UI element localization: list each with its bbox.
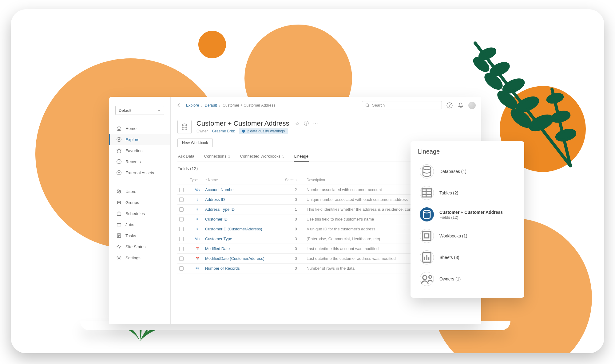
svg-point-15	[117, 190, 119, 191]
sidebar-item-users[interactable]: Users	[109, 186, 170, 197]
breadcrumb-link[interactable]: Default	[205, 103, 217, 108]
lineage-item[interactable]: Workbooks (1)	[420, 225, 517, 247]
field-type: #	[190, 208, 205, 211]
row-checkbox[interactable]	[179, 237, 184, 241]
row-checkbox[interactable]	[179, 227, 184, 231]
lineage-item[interactable]: Customer + Customer Address Fields (12)	[420, 204, 517, 225]
new-workbook-button[interactable]: New Workbook	[177, 139, 213, 147]
row-checkbox[interactable]	[179, 217, 184, 221]
field-sheets-count: 3	[285, 237, 307, 241]
group-icon	[116, 200, 122, 205]
row-checkbox[interactable]	[179, 266, 184, 271]
lineage-item[interactable]: Sheets (3)	[420, 247, 517, 268]
field-name-link[interactable]: Customer Type	[205, 237, 285, 241]
lineage-item[interactable]: Databases (1)	[420, 161, 517, 182]
sidebar-item-schedules[interactable]: Schedules	[109, 208, 170, 219]
sidebar-item-home[interactable]: Home	[109, 123, 170, 134]
row-checkbox[interactable]	[179, 247, 184, 251]
field-name-link[interactable]: Address ID	[205, 197, 285, 202]
sidebar-item-recents[interactable]: Recents	[109, 156, 170, 167]
field-type: 📅	[190, 247, 205, 250]
row-checkbox[interactable]	[179, 188, 184, 192]
svg-point-9	[547, 93, 563, 104]
info-icon[interactable]: ⓘ	[304, 120, 309, 127]
field-name-link[interactable]: CustomerID (CustomerAddress)	[205, 227, 285, 231]
field-name-link[interactable]: Address Type ID	[205, 207, 285, 212]
field-name-link[interactable]: ModifiedDate (CustomerAddress)	[205, 256, 285, 261]
field-type: Abc	[190, 237, 205, 241]
sidebar-item-label: Users	[125, 189, 136, 194]
help-icon[interactable]: ?	[446, 102, 453, 109]
row-checkbox[interactable]	[179, 207, 184, 212]
sidebar-item-settings[interactable]: Settings	[109, 252, 170, 263]
workbook-icon	[420, 229, 434, 243]
star-icon[interactable]: ☆	[295, 121, 300, 127]
tab-connected-workbooks[interactable]: Connected Workbooks5	[240, 151, 285, 162]
sidebar-item-tasks[interactable]: Tasks	[109, 230, 170, 241]
dq-warning-text: 2 data quality warnings	[247, 129, 285, 133]
database-icon	[420, 164, 434, 178]
tab-ask-data[interactable]: Ask Data	[177, 151, 195, 162]
col-type[interactable]: Type	[190, 178, 205, 182]
more-icon[interactable]: ⋯	[313, 121, 318, 127]
svg-point-11	[556, 129, 576, 142]
sidebar-item-external-assets[interactable]: External Assets	[109, 167, 170, 178]
site-selector[interactable]: Default	[115, 106, 164, 115]
lineage-item-label: Databases (1)	[439, 169, 466, 174]
svg-text:?: ?	[449, 103, 451, 108]
chevron-down-icon	[157, 109, 161, 112]
sidebar-item-label: Explore	[125, 137, 140, 142]
field-type: Abc	[190, 188, 205, 191]
field-name-link[interactable]: Modified Date	[205, 246, 285, 251]
svg-point-17	[117, 201, 119, 203]
breadcrumb-link[interactable]: Explore	[186, 103, 199, 108]
sidebar-item-favorites[interactable]: Favorites	[109, 145, 170, 156]
sidebar-item-label: Tasks	[125, 233, 136, 238]
title-row: Customer + Customer Address ☆ ⓘ ⋯ Owner …	[177, 119, 474, 134]
field-type: #	[190, 198, 205, 201]
field-type: #	[190, 217, 205, 221]
avatar[interactable]	[468, 102, 476, 109]
col-sheets[interactable]: Sheets	[285, 178, 307, 182]
field-name-link[interactable]: Number of Records	[205, 266, 285, 271]
page-title: Customer + Customer Address	[196, 119, 289, 127]
star-icon	[116, 148, 122, 153]
gear-icon	[116, 255, 122, 260]
search-placeholder: Search	[372, 103, 385, 108]
datasource-icon	[177, 120, 192, 134]
tab-count: 5	[282, 154, 284, 159]
clock-icon	[116, 159, 122, 164]
search-input[interactable]: Search	[362, 101, 442, 109]
svg-point-35	[429, 276, 432, 278]
field-name-link[interactable]: Customer ID	[205, 217, 285, 221]
field-sheets-count: 1	[285, 207, 307, 212]
col-name[interactable]: Name	[205, 178, 285, 182]
row-checkbox[interactable]	[179, 256, 184, 261]
lineage-item[interactable]: Tables (2)	[420, 182, 517, 204]
field-type: 📅	[190, 257, 205, 260]
sidebar-item-jobs[interactable]: Jobs	[109, 219, 170, 230]
field-name-link[interactable]: Account Number	[205, 187, 285, 192]
svg-rect-29	[422, 189, 432, 197]
field-sheets-count: 0	[285, 227, 307, 231]
tab-connections[interactable]: Connections1	[204, 151, 231, 162]
field-type: #	[190, 227, 205, 231]
lineage-item-label: Sheets (3)	[439, 255, 459, 260]
svg-rect-20	[117, 223, 121, 226]
owner-link[interactable]: Graeme Britz	[212, 129, 235, 133]
tab-lineage[interactable]: Lineage	[294, 151, 309, 162]
svg-rect-19	[117, 212, 121, 216]
stacks-icon	[116, 170, 122, 175]
lineage-item[interactable]: Owners (1)	[420, 268, 517, 290]
warning-dot-icon	[242, 130, 245, 133]
sidebar-item-explore[interactable]: Explore	[109, 134, 170, 145]
nav-separator	[115, 182, 164, 182]
row-checkbox[interactable]	[179, 198, 184, 202]
dq-warning-badge[interactable]: 2 data quality warnings	[239, 128, 288, 134]
sidebar-item-groups[interactable]: Groups	[109, 197, 170, 208]
sidebar-item-site-status[interactable]: Site Status	[109, 241, 170, 252]
owner-label: Owner	[196, 129, 208, 133]
back-chevron-icon[interactable]	[176, 103, 182, 108]
bell-icon[interactable]	[457, 102, 464, 109]
decor-circle	[198, 31, 226, 58]
